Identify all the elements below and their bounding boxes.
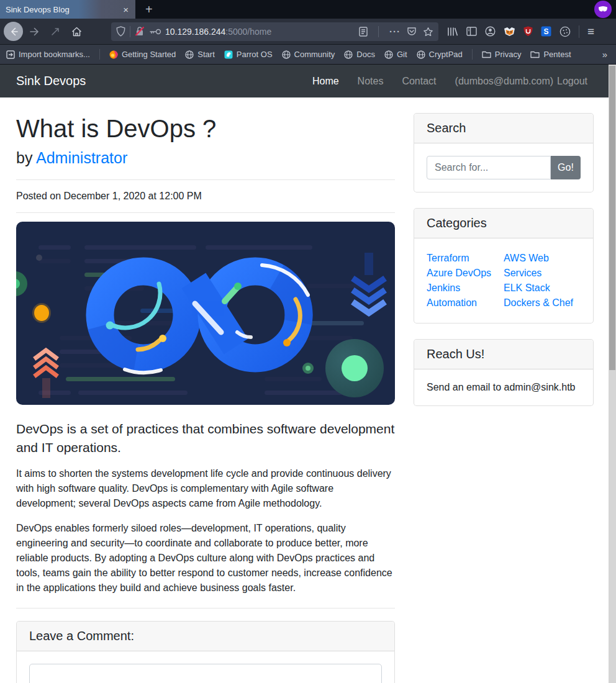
- browser-toolbar: 10.129.186.244:5000/home ···: [0, 19, 616, 45]
- categories-column-2: AWS Web Services ELK Stack Dockers & Che…: [504, 251, 581, 310]
- search-go-button[interactable]: Go!: [551, 156, 581, 179]
- bookmark-getting-started[interactable]: Getting Started: [109, 50, 176, 59]
- scrollbar-thumb[interactable]: [609, 66, 615, 370]
- divider: [16, 179, 395, 180]
- bookmark-folder-privacy[interactable]: Privacy: [482, 50, 522, 59]
- bookmark-community[interactable]: Community: [282, 50, 335, 59]
- category-link-azure-devops[interactable]: Azure DevOps: [427, 268, 491, 278]
- logout-link[interactable]: Logout: [557, 76, 587, 87]
- category-link-automation[interactable]: Automation: [427, 297, 477, 308]
- import-bookmarks-icon: [6, 50, 15, 59]
- search-input[interactable]: [427, 156, 551, 179]
- key-icon[interactable]: [149, 28, 161, 35]
- bookmark-star-icon[interactable]: [423, 27, 433, 37]
- library-icon[interactable]: [447, 27, 458, 37]
- new-tab-button[interactable]: +: [145, 0, 153, 19]
- bookmark-label: CryptPad: [429, 50, 463, 59]
- page-scrollbar[interactable]: [609, 65, 616, 683]
- reach-us-card-header: Reach Us!: [414, 340, 593, 369]
- s-extension-letter: S: [543, 27, 548, 36]
- toolbar-separator: [579, 25, 579, 38]
- comment-input[interactable]: [29, 664, 382, 683]
- bookmark-cryptpad[interactable]: CryptPad: [417, 50, 463, 59]
- ublock-icon[interactable]: [523, 26, 533, 37]
- url-host: 10.129.186.244: [165, 27, 225, 37]
- bookmark-label: Start: [197, 50, 214, 59]
- home-icon: [71, 27, 82, 37]
- reader-mode-icon[interactable]: [359, 27, 368, 37]
- account-icon[interactable]: [485, 26, 496, 37]
- logged-in-user: (dumbos@dumb.com): [455, 76, 554, 87]
- byline-prefix: by: [16, 149, 32, 166]
- bookmark-parrot-os[interactable]: Parrot OS: [224, 50, 273, 59]
- bookmark-label: Docs: [356, 50, 375, 59]
- page-title: What is DevOps ?: [16, 115, 395, 143]
- cookie-icon[interactable]: [559, 26, 571, 37]
- bookmark-label: Parrot OS: [237, 50, 273, 59]
- reload-button[interactable]: [45, 22, 65, 42]
- globe-icon: [282, 50, 291, 59]
- sidebar-toggle-icon[interactable]: [466, 27, 477, 36]
- tab-title: Sink Devops Blog: [6, 5, 122, 14]
- reach-us-text: Send an email to admin@sink.htb: [427, 382, 581, 393]
- bookmark-import[interactable]: Import bookmarks...: [6, 50, 90, 59]
- bookmarks-bar: Import bookmarks... Getting Started Star…: [0, 45, 616, 65]
- bookmark-git[interactable]: Git: [384, 50, 407, 59]
- category-link-jenkins[interactable]: Jenkins: [427, 283, 460, 293]
- site-brand[interactable]: Sink Devops: [16, 74, 86, 88]
- categories-card: Categories Terraform Azure DevOps Jenkin…: [414, 208, 594, 323]
- globe-icon: [384, 50, 393, 59]
- bookmark-label: Import bookmarks...: [19, 50, 90, 59]
- shield-icon[interactable]: [116, 26, 125, 37]
- globe-icon: [417, 50, 425, 59]
- nav-home-link[interactable]: Home: [312, 76, 339, 87]
- bookmark-label: Community: [294, 50, 335, 59]
- foxyproxy-icon[interactable]: [504, 27, 515, 37]
- pocket-icon[interactable]: [407, 27, 417, 37]
- urlbar-separator: [130, 26, 130, 37]
- category-link-elk[interactable]: ELK Stack: [504, 283, 550, 293]
- bookmark-folder-pentest[interactable]: Pentest: [530, 50, 571, 59]
- tab-close-icon[interactable]: ×: [122, 4, 130, 15]
- home-button[interactable]: [66, 22, 86, 42]
- bookmarks-overflow-icon[interactable]: »: [602, 49, 610, 60]
- reload-icon: [50, 27, 60, 37]
- nav-contact-link[interactable]: Contact: [402, 76, 436, 87]
- divider: [16, 212, 395, 213]
- private-mask-icon: [598, 6, 608, 12]
- category-link-terraform[interactable]: Terraform: [427, 253, 469, 263]
- comment-card-header: Leave a Comment:: [17, 622, 394, 651]
- page-actions-icon[interactable]: ···: [389, 26, 401, 37]
- urlbar-separator-2: [378, 26, 379, 37]
- bookmarks-separator: [99, 49, 100, 60]
- nav-notes-link[interactable]: Notes: [358, 76, 384, 87]
- author-link[interactable]: Administrator: [36, 149, 127, 166]
- reach-us-card: Reach Us! Send an email to admin@sink.ht…: [414, 339, 594, 406]
- folder-icon: [530, 50, 540, 58]
- bookmark-start[interactable]: Start: [185, 50, 214, 59]
- comment-card: Leave a Comment:: [16, 621, 395, 683]
- forward-button[interactable]: [24, 22, 44, 42]
- category-link-dockers-chef[interactable]: Dockers & Chef: [504, 297, 573, 308]
- category-link-aws[interactable]: AWS Web Services: [504, 253, 549, 278]
- back-button[interactable]: [4, 22, 23, 41]
- s-extension-icon[interactable]: S: [541, 26, 551, 37]
- article-paragraph-2: DevOps enables formerly siloed roles—dev…: [16, 521, 395, 595]
- url-text: 10.129.186.244:5000/home: [165, 27, 271, 37]
- article-lead: DevOps is a set of practices that combin…: [16, 420, 395, 458]
- private-browsing-badge: [594, 1, 612, 18]
- bookmark-label: Git: [397, 50, 407, 59]
- bookmark-docs[interactable]: Docs: [344, 50, 375, 59]
- web-page: Sink Devops Home Notes Contact (dumbos@d…: [0, 65, 609, 683]
- globe-icon: [344, 50, 353, 59]
- browser-tab[interactable]: Sink Devops Blog ×: [0, 0, 135, 19]
- search-card-header: Search: [414, 114, 593, 143]
- folder-icon: [482, 50, 491, 58]
- insecure-lock-icon[interactable]: [135, 26, 145, 37]
- back-arrow-icon: [9, 27, 19, 37]
- divider: [16, 608, 395, 608]
- url-bar[interactable]: 10.129.186.244:5000/home ···: [111, 22, 438, 41]
- firefox-icon: [109, 50, 118, 59]
- tab-bar: Sink Devops Blog × +: [0, 0, 616, 19]
- menu-button[interactable]: ≡: [587, 25, 594, 38]
